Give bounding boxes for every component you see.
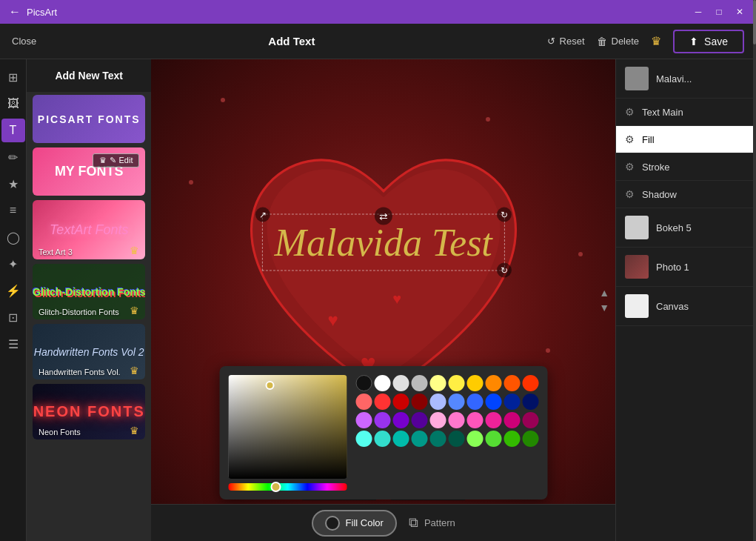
font-glitch-label: Glitch-Distortion Fonts: [39, 308, 119, 316]
sidebar-icon-wand[interactable]: ⚡: [1, 279, 25, 302]
swatch-lgray[interactable]: [392, 375, 409, 391]
font-item-myfonts[interactable]: MY FONTS ♛ ✎ Edit: [33, 147, 145, 196]
sidebar-icon-star[interactable]: ★: [1, 172, 25, 196]
sidebar-icon-sparkle[interactable]: ✦: [1, 252, 25, 276]
swatch-mblue[interactable]: [466, 394, 483, 410]
close-label[interactable]: Close: [12, 36, 36, 47]
save-button[interactable]: ⬆ Save: [673, 30, 744, 53]
swatch-dteal[interactable]: [411, 431, 427, 447]
swatch-teal[interactable]: [392, 431, 409, 447]
swatch-laqua[interactable]: [355, 431, 372, 447]
scroll-indicator: ▲ ▼: [599, 287, 609, 313]
sidebar-icon-circle[interactable]: ◯: [1, 225, 25, 249]
swatch-darknavy[interactable]: [522, 394, 538, 410]
font-item-textart[interactable]: TextArt Fonts Text Art 3 ♛: [33, 200, 145, 259]
canvas-area: ⇄ ↗ ↻ ↻ Malavida Test ♥ ♥ ♥ ▲: [151, 59, 615, 541]
swatch-red[interactable]: [374, 394, 390, 410]
right-panel-item-canvas[interactable]: Canvas: [616, 287, 756, 326]
sidebar-icon-more[interactable]: ☰: [1, 332, 25, 356]
font-glitch-main: Glitch-Distortion Fonts: [33, 286, 145, 298]
back-icon[interactable]: ←: [9, 5, 21, 19]
upload-icon: ⬆: [689, 36, 698, 47]
swatch-darkred[interactable]: [411, 394, 427, 410]
maximize-btn[interactable]: □: [712, 4, 726, 19]
swatch-darkaqua[interactable]: [429, 431, 446, 447]
swatch-lpink[interactable]: [429, 412, 446, 428]
swatch-white[interactable]: [374, 375, 390, 391]
swatch-dpink[interactable]: [485, 412, 501, 428]
swatch-mpink[interactable]: [466, 412, 483, 428]
color-gradient-box[interactable]: [228, 375, 347, 479]
swatch-blue[interactable]: [448, 394, 464, 410]
gear-icon-fill: ⚙: [625, 133, 635, 145]
font-picsart-label: PICSART FONTS: [38, 113, 141, 125]
swatch-dred[interactable]: [392, 394, 409, 410]
close-btn[interactable]: ✕: [732, 4, 747, 19]
swatch-dblue[interactable]: [485, 394, 501, 410]
duplicate-handle[interactable]: ⇄: [375, 208, 392, 225]
color-spectrum[interactable]: [228, 483, 347, 491]
sidebar-icon-layers[interactable]: ⊡: [1, 305, 25, 329]
rp-thumbnail-malavi: [625, 67, 649, 90]
swatch-dorange[interactable]: [504, 375, 520, 391]
swatch-orange[interactable]: [485, 375, 501, 391]
text-overlay[interactable]: ⇄ ↗ ↻ ↻ Malavida Test: [262, 214, 505, 271]
swatch-aqua[interactable]: [374, 431, 390, 447]
left-panel: ⊞ 🖼 T ✏ ★ ≡ ◯ ✦ ⚡ ⊡ ☰ Add New Text PICSA…: [0, 59, 151, 541]
font-edit-btn[interactable]: ♛ ✎ Edit: [93, 153, 139, 167]
swatch-dgreen[interactable]: [522, 431, 538, 447]
fill-color-button[interactable]: Fill Color: [312, 510, 397, 537]
swatch-lpurple[interactable]: [355, 412, 372, 428]
small-heart-1: ♥: [328, 310, 338, 331]
right-panel-item-textmain[interactable]: ⚙ Text Main: [616, 99, 756, 126]
sidebar-icon-filter[interactable]: ≡: [1, 199, 25, 222]
swatch-magenta[interactable]: [504, 412, 520, 428]
right-panel-item-bokeh[interactable]: Bokeh 5: [616, 208, 756, 248]
sidebar-icon-brush[interactable]: ✏: [1, 145, 25, 169]
swatch-lorange[interactable]: [466, 375, 483, 391]
swatch-black[interactable]: [355, 375, 372, 391]
font-item-glitch[interactable]: Glitch-Distortion Fonts Glitch-Distortio…: [33, 264, 145, 319]
fill-color-dot: [325, 516, 340, 531]
minimize-btn[interactable]: ─: [691, 4, 706, 19]
right-panel: Malavi... ⚙ Text Main ⚙ Fill ⚙ Stroke ⚙ …: [615, 59, 756, 541]
sidebar-icon-text[interactable]: T: [1, 119, 25, 142]
swatch-lred[interactable]: [355, 394, 372, 410]
canvas-text: Malavida Test: [275, 221, 492, 265]
font-item-neon[interactable]: NEON FONTS Neon Fonts ♛: [33, 384, 145, 439]
right-panel-item-stroke[interactable]: ⚙ Stroke: [616, 153, 756, 181]
swatch-dpurple[interactable]: [392, 412, 409, 428]
spectrum-cursor[interactable]: [271, 482, 281, 492]
sidebar-icon-image[interactable]: 🖼: [1, 92, 25, 116]
sidebar-icons: ⊞ 🖼 T ✏ ★ ≡ ◯ ✦ ⚡ ⊡ ☰: [0, 59, 27, 541]
font-item-handwritten[interactable]: Handwritten Fonts Vol 2 Handwritten Font…: [33, 324, 145, 379]
swatch-navy[interactable]: [504, 394, 520, 410]
right-panel-item-malavi[interactable]: Malavi...: [616, 59, 756, 99]
swatch-dmagenta[interactable]: [522, 412, 538, 428]
delete-button[interactable]: 🗑 Delete: [597, 36, 640, 47]
swatch-darkestaqua[interactable]: [448, 431, 464, 447]
right-panel-item-shadow[interactable]: ⚙ Shadow: [616, 181, 756, 208]
font-item-picsart[interactable]: PICSART FONTS: [33, 95, 145, 143]
right-panel-item-fill[interactable]: ⚙ Fill: [616, 126, 756, 153]
swatch-lgreen[interactable]: [466, 431, 483, 447]
swatch-lblue[interactable]: [429, 394, 446, 410]
gradient-cursor[interactable]: [265, 381, 274, 390]
swatch-pink[interactable]: [448, 412, 464, 428]
sidebar-icon-grid[interactable]: ⊞: [1, 65, 25, 89]
swatch-darkpurple[interactable]: [411, 412, 427, 428]
swatch-red-orange[interactable]: [522, 375, 538, 391]
color-picker-popup: [219, 366, 547, 499]
rotate-handle-tl[interactable]: ↗: [255, 208, 270, 222]
rp-label-bokeh: Bokeh 5: [656, 222, 747, 233]
swatch-yellow[interactable]: [448, 375, 464, 391]
pattern-button[interactable]: ⧉ Pattern: [409, 515, 455, 531]
reset-button[interactable]: ↺ Reset: [547, 36, 585, 47]
swatch-lyellow[interactable]: [429, 375, 446, 391]
swatch-green[interactable]: [485, 431, 501, 447]
swatch-mgreen[interactable]: [504, 431, 520, 447]
right-panel-item-photo[interactable]: Photo 1: [616, 248, 756, 287]
swatch-gray[interactable]: [411, 375, 427, 391]
rp-label-stroke: Stroke: [642, 162, 747, 173]
swatch-purple[interactable]: [374, 412, 390, 428]
